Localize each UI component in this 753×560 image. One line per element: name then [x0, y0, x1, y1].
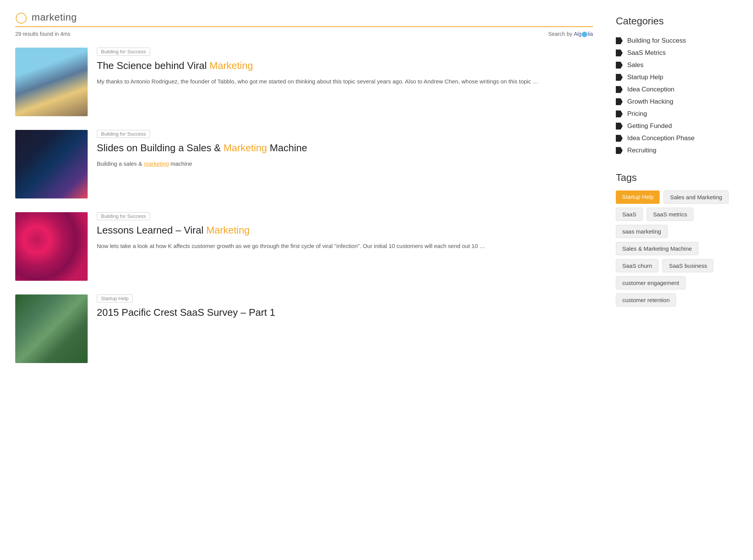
tag-icon	[616, 135, 623, 142]
category-label: Idea Conception Phase	[627, 134, 695, 142]
result-content-2: Building for Success Slides on Building …	[97, 130, 593, 168]
category-item[interactable]: Sales	[616, 59, 738, 71]
result-snippet-1: My thanks to Antonio Rodriguez, the foun…	[97, 77, 593, 86]
tag-pill-customer-engagement[interactable]: customer engagement	[616, 276, 686, 290]
category-label: SaaS Metrics	[627, 49, 666, 57]
highlight-marketing-2: Marketing	[223, 142, 267, 154]
result-content-4: Startup Help 2015 Pacific Crest SaaS Sur…	[97, 294, 593, 324]
tag-pill-saas-metrics[interactable]: SaaS metrics	[647, 208, 694, 221]
category-list: Building for Success SaaS Metrics Sales …	[616, 35, 738, 157]
category-item[interactable]: Growth Hacking	[616, 96, 738, 108]
tag-pill-saas-marketing[interactable]: saas marketing	[616, 225, 668, 238]
tag-pill-saas-churn[interactable]: SaaS churn	[616, 259, 658, 272]
tag-icon	[616, 62, 623, 69]
tags-container: Startup Help Sales and Marketing SaaS Sa…	[616, 190, 738, 307]
search-query-display[interactable]: marketing	[32, 11, 77, 23]
category-label: Startup Help	[627, 74, 663, 81]
tag-icon	[616, 147, 623, 154]
result-title-4[interactable]: 2015 Pacific Crest SaaS Survey – Part 1	[97, 306, 593, 319]
category-label: Pricing	[627, 110, 647, 118]
tag-pill-startup-help[interactable]: Startup Help	[616, 190, 660, 204]
result-item: Building for Success Slides on Building …	[15, 130, 593, 198]
result-content-1: Building for Success The Science behind …	[97, 48, 593, 86]
highlight-marketing-1: Marketing	[210, 60, 253, 71]
result-snippet-2: Building a sales & marketing machine	[97, 159, 593, 168]
algolia-brand[interactable]: Alg⬤lia	[574, 31, 593, 37]
result-category-3[interactable]: Building for Success	[97, 212, 150, 220]
algolia-dot: ⬤	[582, 31, 588, 37]
result-snippet-3: Now lets take a look at how K affects cu…	[97, 242, 593, 251]
tag-pill-customer-retention[interactable]: customer retention	[616, 293, 676, 307]
tag-pill-saas-business[interactable]: SaaS business	[662, 259, 713, 272]
categories-title: Categories	[616, 15, 738, 27]
algolia-text: Alg	[574, 31, 582, 37]
category-label: Recruiting	[627, 147, 657, 154]
result-category-1[interactable]: Building for Success	[97, 48, 150, 56]
result-title-3[interactable]: Lessons Learned – Viral Marketing	[97, 224, 593, 237]
result-image-4	[15, 294, 88, 363]
tag-icon	[616, 74, 623, 81]
category-label: Idea Conception	[627, 86, 674, 93]
tag-icon	[616, 86, 623, 93]
tag-icon	[616, 98, 623, 105]
result-title-2[interactable]: Slides on Building a Sales & Marketing M…	[97, 142, 593, 155]
result-image-2	[15, 130, 88, 198]
tag-icon	[616, 110, 623, 117]
tag-icon	[616, 123, 623, 130]
tag-pill-sales-marketing-machine[interactable]: Sales & Marketing Machine	[616, 242, 699, 255]
result-item: Building for Success Lessons Learned – V…	[15, 212, 593, 281]
result-item: Building for Success The Science behind …	[15, 48, 593, 116]
results-count: 29 results found in 4ms	[15, 31, 70, 37]
category-item[interactable]: Recruiting	[616, 144, 738, 157]
results-meta: 29 results found in 4ms Search by Alg⬤li…	[15, 31, 593, 37]
tag-icon	[616, 50, 623, 56]
main-content: ◯ marketing 29 results found in 4ms Sear…	[15, 11, 593, 377]
category-item[interactable]: SaaS Metrics	[616, 47, 738, 59]
category-label: Sales	[627, 61, 644, 69]
tag-pill-sales-marketing[interactable]: Sales and Marketing	[663, 190, 729, 204]
highlight-marketing-snippet-2: marketing	[144, 160, 169, 167]
search-by-label: Search by	[548, 31, 572, 37]
tag-pill-saas[interactable]: SaaS	[616, 208, 643, 221]
result-item: Startup Help 2015 Pacific Crest SaaS Sur…	[15, 294, 593, 363]
category-item[interactable]: Idea Conception Phase	[616, 132, 738, 144]
search-bar: ◯ marketing	[15, 11, 593, 23]
category-item[interactable]: Building for Success	[616, 35, 738, 47]
result-content-3: Building for Success Lessons Learned – V…	[97, 212, 593, 251]
result-category-2[interactable]: Building for Success	[97, 130, 150, 138]
result-image-3	[15, 212, 88, 281]
tags-title: Tags	[616, 172, 738, 184]
highlight-marketing-3: Marketing	[206, 224, 250, 236]
result-category-4[interactable]: Startup Help	[97, 294, 133, 302]
search-by-algolia: Search by Alg⬤lia	[548, 31, 593, 37]
category-label: Growth Hacking	[627, 98, 673, 106]
algolia-text2: lia	[588, 31, 593, 37]
sidebar: Categories Building for Success SaaS Met…	[616, 11, 738, 377]
result-title-1[interactable]: The Science behind Viral Marketing	[97, 59, 593, 72]
category-label: Getting Funded	[627, 122, 672, 130]
tag-icon	[616, 37, 623, 44]
category-item[interactable]: Pricing	[616, 108, 738, 120]
search-divider	[15, 26, 593, 27]
page-wrapper: ◯ marketing 29 results found in 4ms Sear…	[0, 0, 753, 388]
result-image-1	[15, 48, 88, 116]
category-item[interactable]: Getting Funded	[616, 120, 738, 132]
category-item[interactable]: Idea Conception	[616, 83, 738, 96]
category-item[interactable]: Startup Help	[616, 71, 738, 83]
search-icon: ◯	[15, 12, 27, 23]
category-label: Building for Success	[627, 37, 686, 45]
